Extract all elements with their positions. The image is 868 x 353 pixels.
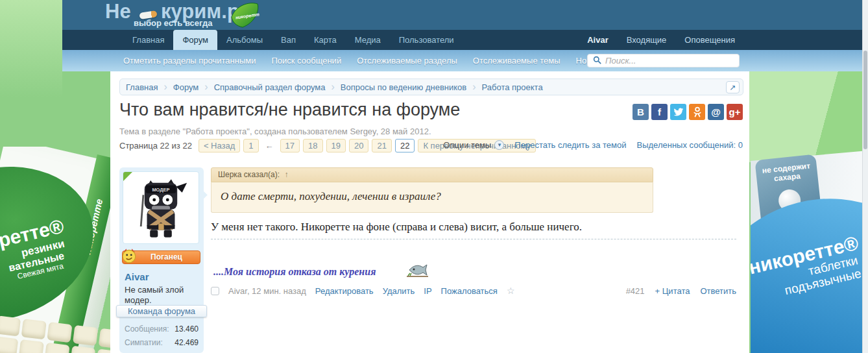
main-nav: Главная Форум Альбомы Вап Карта Медиа По… (62, 30, 868, 50)
thread-options-label: Опции темы (443, 140, 491, 150)
online-indicator (123, 172, 132, 181)
logo-text-left[interactable]: Не (105, 0, 131, 23)
header-band: Не курим.ру выбор есть всегда никоретте (62, 0, 868, 30)
subnav-mark-read[interactable]: Отметить разделы прочитанными (123, 56, 256, 66)
post-message: Шерка сказал(а): ↑ О дате смерти, похуде… (211, 166, 736, 348)
scrollbar-thumb[interactable] (863, 51, 867, 149)
tab-albomy[interactable]: Альбомы (217, 30, 272, 50)
quote-jump-arrow-icon[interactable]: ↑ (284, 170, 288, 179)
reply-button[interactable]: Ответить (700, 286, 736, 296)
account-links: Aivar Входящие Оповещения (587, 30, 735, 50)
stat-messages: Сообщения: 13.460 (125, 324, 199, 338)
twitter-bird-icon (673, 108, 684, 117)
tab-media[interactable]: Медиа (346, 30, 390, 50)
edit-link[interactable]: Редактировать (315, 286, 374, 296)
scrollbar[interactable] (862, 0, 868, 353)
tab-vap[interactable]: Вап (272, 30, 305, 50)
inbox-link[interactable]: Входящие (627, 35, 667, 45)
rank-badge-label: Поганец (151, 252, 182, 262)
select-post-checkbox[interactable] (211, 287, 219, 295)
post-body-text: У меня нет такого. Никоретте на фоне (сп… (211, 221, 582, 234)
tablet-pack-badge-label: не содержит сахара (759, 161, 814, 184)
search-input[interactable] (605, 56, 734, 66)
breadcrumb-project-work[interactable]: Работа проекта (476, 82, 549, 92)
post-footer: Aivar, 12 мин. назад Редактировать Удали… (211, 286, 736, 296)
post-number[interactable]: #421 (626, 286, 645, 296)
breadcrumb-help-section[interactable]: Справочный раздел форума (208, 82, 332, 92)
pagination-page-17[interactable]: 17 (280, 139, 300, 152)
pagination-page-20[interactable]: 20 (349, 139, 368, 152)
tab-glavnaya[interactable]: Главная (123, 30, 173, 50)
twitter-share-button[interactable] (670, 104, 686, 120)
nav-tabs: Главная Форум Альбомы Вап Карта Медиа По… (123, 30, 463, 50)
pagination-back-button[interactable]: < Назад (199, 139, 240, 152)
background-wedge-right (749, 71, 868, 162)
quote-author: Шерка сказал(а): (218, 170, 280, 179)
pagination-current-page[interactable]: 22 (395, 139, 415, 152)
pagination-page-21[interactable]: 21 (372, 139, 391, 152)
avatar[interactable]: МОДЕР (123, 171, 199, 244)
logo-tagline: выбор есть всегда (134, 18, 212, 28)
stat-value[interactable]: 13.460 (175, 324, 199, 338)
pagination-gap-arrow[interactable]: ← (262, 141, 277, 151)
breadcrumb-home[interactable]: Главная (120, 82, 163, 92)
signature-link[interactable]: ....Моя история отказа от курения (213, 266, 376, 278)
pagination-label: Страница 22 из 22 (119, 141, 192, 151)
signature-divider (211, 239, 736, 239)
search-box[interactable] (587, 54, 740, 67)
subnav-search-messages[interactable]: Поиск сообщений (271, 56, 341, 66)
quote-button[interactable]: + Цитата (655, 286, 690, 296)
pagination-page-1[interactable]: 1 (243, 139, 258, 152)
search-icon (593, 55, 601, 67)
breadcrumb-forum[interactable]: Форум (167, 82, 205, 92)
unfollow-thread-link[interactable]: Перестать следить за темой (514, 140, 626, 150)
content-area: Главная › Форум › Справочный раздел фору… (110, 71, 749, 353)
facebook-share-button[interactable]: f (651, 104, 668, 120)
subnav-links: Отметить разделы прочитанными Поиск сооб… (123, 50, 648, 71)
author-custom-title: Не самый злой модер. (125, 285, 197, 306)
pagination-page-19[interactable]: 19 (326, 139, 346, 152)
team-banner: Команда форума (116, 305, 207, 317)
subnav-watched-threads[interactable]: Отслеживаемые темы (473, 56, 561, 66)
quote-text: О дате смерти, похудении, лечении в изра… (211, 182, 653, 213)
quote-header: Шерка сказал(а): ↑ (211, 167, 653, 182)
left-product-ad: никоретте ретте® резинки вательные Свежа… (0, 147, 115, 353)
pagination-page-18[interactable]: 18 (303, 139, 322, 152)
subnav-watched-forums[interactable]: Отслеживаемые разделы (357, 56, 457, 66)
account-username-link[interactable]: Aivar (587, 35, 609, 45)
selected-messages-link[interactable]: Выделенных сообщений: 0 (636, 140, 743, 150)
vk-share-button[interactable]: В (633, 104, 649, 120)
fish-icon (407, 262, 429, 278)
mailru-share-button[interactable]: @ (708, 104, 724, 120)
odnoklassniki-person-icon (693, 106, 702, 117)
googleplus-share-button[interactable]: g+ (727, 104, 743, 120)
thread-options[interactable]: Опции темы ▼ (443, 140, 504, 150)
panel-bubble-arrow (199, 191, 208, 199)
tab-karta[interactable]: Карта (305, 30, 346, 50)
quote-block: Шерка сказал(а): ↑ О дате смерти, похуде… (211, 167, 653, 213)
post-author-time[interactable]: Aivar, 12 мин. назад (228, 286, 306, 296)
nicorette-leaf-logo: никоретте (230, 1, 259, 31)
stat-value[interactable]: 42.469 (175, 338, 199, 352)
avatar-headband-label: МОДЕР (152, 187, 169, 193)
topic-tools: Опции темы ▼ Перестать следить за темой … (443, 140, 743, 150)
breadcrumb-diary-questions[interactable]: Вопросы по ведению дневников (335, 82, 472, 92)
odnoklassniki-share-button[interactable] (689, 104, 705, 120)
ip-link[interactable]: IP (424, 286, 431, 296)
star-icon[interactable]: ☆ (507, 286, 515, 296)
thread-subtitle: Тема в разделе "Работа проекта", создана… (119, 127, 431, 136)
background-wedge-left (0, 0, 62, 97)
stat-label: Сообщения: (125, 324, 169, 338)
tab-forum[interactable]: Форум (173, 30, 217, 50)
rank-badge: Поганец (122, 250, 200, 264)
alerts-link[interactable]: Оповещения (684, 35, 735, 45)
sub-nav: Отметить разделы прочитанными Поиск сооб… (62, 50, 868, 71)
delete-link[interactable]: Удалить (383, 286, 415, 296)
breadcrumb-expand-icon[interactable]: ↗ (726, 81, 740, 93)
report-link[interactable]: Пожаловаться (441, 286, 498, 296)
tab-polzovateli[interactable]: Пользователи (390, 30, 463, 50)
post-author-name[interactable]: Aivar (125, 271, 149, 282)
right-product-ad: не содержит сахара никоретте® таблетки п… (751, 149, 863, 353)
chevron-down-icon[interactable]: ▼ (494, 140, 504, 150)
devil-smiley-icon (121, 247, 138, 268)
